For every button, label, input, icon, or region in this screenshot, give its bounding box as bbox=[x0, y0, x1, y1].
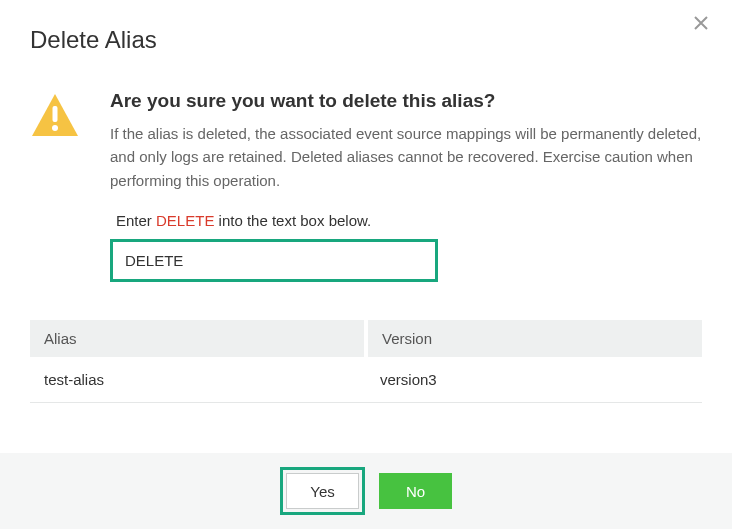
svg-rect-0 bbox=[53, 106, 58, 122]
enter-prefix: Enter bbox=[116, 212, 156, 229]
enter-instruction: Enter DELETE into the text box below. bbox=[110, 212, 702, 229]
table-row: test-alias version3 bbox=[30, 357, 702, 403]
warning-section: Are you sure you want to delete this ali… bbox=[30, 90, 702, 320]
delete-alias-dialog: Delete Alias Are you sure you want to de… bbox=[0, 0, 732, 403]
warning-heading: Are you sure you want to delete this ali… bbox=[110, 90, 702, 112]
dialog-footer: Yes No bbox=[0, 453, 732, 529]
cell-alias: test-alias bbox=[30, 357, 366, 403]
dialog-title: Delete Alias bbox=[30, 26, 702, 54]
svg-point-1 bbox=[52, 125, 58, 131]
cell-version: version3 bbox=[366, 357, 702, 403]
enter-keyword: DELETE bbox=[156, 212, 214, 229]
yes-button-highlight: Yes bbox=[280, 467, 365, 515]
warning-icon bbox=[30, 92, 80, 142]
col-version: Version bbox=[366, 320, 702, 357]
no-button[interactable]: No bbox=[379, 473, 452, 509]
confirm-input-highlight bbox=[110, 239, 438, 282]
confirm-delete-input[interactable] bbox=[115, 244, 433, 277]
enter-suffix: into the text box below. bbox=[214, 212, 371, 229]
yes-button[interactable]: Yes bbox=[286, 473, 359, 509]
warning-description: If the alias is deleted, the associated … bbox=[110, 122, 702, 192]
close-icon[interactable] bbox=[692, 14, 710, 32]
col-alias: Alias bbox=[30, 320, 366, 357]
alias-table: Alias Version test-alias version3 bbox=[30, 320, 702, 403]
